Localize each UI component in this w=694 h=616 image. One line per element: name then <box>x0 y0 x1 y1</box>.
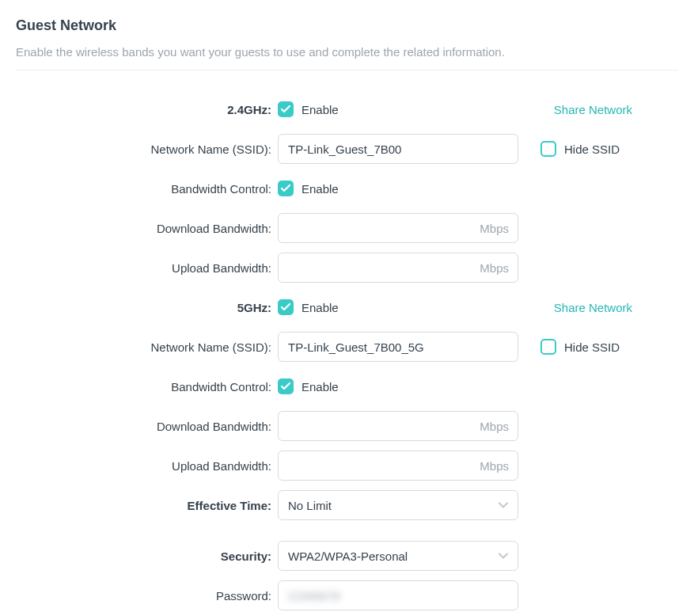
label-2-4ghz: 2.4GHz: <box>16 103 278 116</box>
enable-5ghz-label: Enable <box>301 301 339 314</box>
bandwidth-enable-2-4ghz-checkbox[interactable] <box>278 181 294 196</box>
check-icon <box>281 105 290 113</box>
label-effective-time: Effective Time: <box>16 499 278 512</box>
label-dlbw-5ghz: Download Bandwidth: <box>16 420 278 433</box>
hide-ssid-5ghz-checkbox[interactable] <box>540 339 556 355</box>
label-ssid-2-4ghz: Network Name (SSID): <box>16 143 278 156</box>
enable-2-4ghz-label: Enable <box>301 103 339 116</box>
hide-ssid-5ghz-label: Hide SSID <box>564 340 620 354</box>
bandwidth-enable-5ghz-label: Enable <box>301 380 339 394</box>
label-ssid-5ghz: Network Name (SSID): <box>16 340 278 354</box>
download-bw-2-4ghz-input[interactable] <box>278 213 518 243</box>
label-security: Security: <box>16 549 278 563</box>
hide-ssid-2-4ghz-label: Hide SSID <box>564 143 620 156</box>
bandwidth-enable-2-4ghz-label: Enable <box>301 182 339 196</box>
check-icon <box>281 382 290 390</box>
upload-bw-2-4ghz-input[interactable] <box>278 253 518 283</box>
label-bw-5ghz: Bandwidth Control: <box>16 380 278 394</box>
security-select[interactable]: WPA2/WPA3-Personal <box>278 541 518 571</box>
ssid-2-4ghz-input[interactable] <box>278 134 518 164</box>
label-dlbw-2-4ghz: Download Bandwidth: <box>16 222 278 235</box>
label-ulbw-5ghz: Upload Bandwidth: <box>16 459 278 473</box>
divider <box>16 70 678 70</box>
share-network-2-4ghz-link[interactable]: Share Network <box>554 103 632 116</box>
label-ulbw-2-4ghz: Upload Bandwidth: <box>16 261 278 275</box>
label-password: Password: <box>16 589 278 603</box>
download-bw-5ghz-input[interactable] <box>278 411 518 441</box>
enable-5ghz-checkbox[interactable] <box>278 299 294 315</box>
page-title: Guest Network <box>16 17 678 34</box>
password-masked-value: 12345678 <box>287 580 340 610</box>
ssid-5ghz-input[interactable] <box>278 332 518 362</box>
hide-ssid-2-4ghz-checkbox[interactable] <box>540 141 556 157</box>
check-icon <box>281 303 290 311</box>
effective-time-select[interactable]: No Limit <box>278 490 518 520</box>
label-5ghz: 5GHz: <box>16 301 278 314</box>
check-icon <box>281 184 290 192</box>
upload-bw-5ghz-input[interactable] <box>278 451 518 481</box>
label-bw-2-4ghz: Bandwidth Control: <box>16 182 278 196</box>
enable-2-4ghz-checkbox[interactable] <box>278 101 294 117</box>
share-network-5ghz-link[interactable]: Share Network <box>554 301 632 314</box>
bandwidth-enable-5ghz-checkbox[interactable] <box>278 378 294 394</box>
page-subtitle: Enable the wireless bands you want your … <box>16 45 678 59</box>
